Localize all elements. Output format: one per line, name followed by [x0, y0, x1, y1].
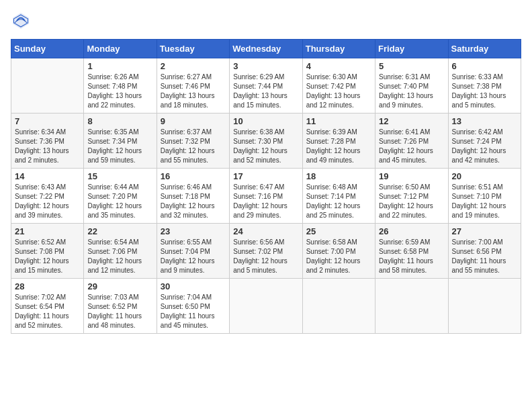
- day-number: 8: [87, 116, 152, 126]
- day-number: 21: [15, 226, 80, 236]
- cell-info: Sunrise: 7:03 AMSunset: 6:52 PMDaylight:…: [87, 293, 152, 330]
- calendar-cell: 13Sunrise: 6:42 AMSunset: 7:24 PMDayligh…: [448, 113, 521, 169]
- cell-info: Sunrise: 6:39 AMSunset: 7:28 PMDaylight:…: [306, 128, 371, 165]
- cell-info: Sunrise: 6:54 AMSunset: 7:06 PMDaylight:…: [87, 238, 152, 275]
- cell-info: Sunrise: 6:43 AMSunset: 7:22 PMDaylight:…: [15, 183, 80, 220]
- calendar-cell: 7Sunrise: 6:34 AMSunset: 7:36 PMDaylight…: [11, 113, 84, 169]
- day-number: 19: [379, 171, 444, 181]
- day-number: 12: [379, 116, 444, 126]
- cell-info: Sunrise: 6:26 AMSunset: 7:48 PMDaylight:…: [87, 73, 152, 110]
- calendar-cell: 1Sunrise: 6:26 AMSunset: 7:48 PMDaylight…: [84, 58, 157, 113]
- calendar-cell: 24Sunrise: 6:56 AMSunset: 7:02 PMDayligh…: [230, 224, 302, 279]
- calendar-cell: 27Sunrise: 7:00 AMSunset: 6:56 PMDayligh…: [448, 224, 521, 279]
- cell-info: Sunrise: 6:59 AMSunset: 6:58 PMDaylight:…: [379, 238, 444, 275]
- cell-info: Sunrise: 6:41 AMSunset: 7:26 PMDaylight:…: [379, 128, 444, 165]
- day-number: 1: [87, 61, 152, 71]
- calendar-week-row: 28Sunrise: 7:02 AMSunset: 6:54 PMDayligh…: [11, 279, 521, 334]
- day-number: 11: [306, 116, 371, 126]
- calendar-week-row: 21Sunrise: 6:52 AMSunset: 7:08 PMDayligh…: [11, 224, 521, 279]
- day-number: 4: [306, 61, 371, 71]
- cell-info: Sunrise: 6:50 AMSunset: 7:12 PMDaylight:…: [379, 183, 444, 220]
- day-number: 20: [452, 171, 517, 181]
- cell-info: Sunrise: 6:47 AMSunset: 7:16 PMDaylight:…: [233, 183, 298, 220]
- weekday-header-tuesday: Tuesday: [157, 40, 229, 58]
- day-number: 17: [233, 171, 298, 181]
- calendar-cell: 5Sunrise: 6:31 AMSunset: 7:40 PMDaylight…: [375, 58, 448, 113]
- cell-info: Sunrise: 6:37 AMSunset: 7:32 PMDaylight:…: [161, 128, 226, 165]
- calendar-cell: 26Sunrise: 6:59 AMSunset: 6:58 PMDayligh…: [375, 224, 448, 279]
- cell-info: Sunrise: 6:58 AMSunset: 7:00 PMDaylight:…: [306, 238, 371, 275]
- cell-info: Sunrise: 6:48 AMSunset: 7:14 PMDaylight:…: [306, 183, 371, 220]
- weekday-header-wednesday: Wednesday: [230, 40, 302, 58]
- logo-icon: [11, 11, 31, 31]
- calendar-cell: 16Sunrise: 6:46 AMSunset: 7:18 PMDayligh…: [157, 169, 229, 224]
- day-number: 22: [87, 226, 152, 236]
- cell-info: Sunrise: 6:30 AMSunset: 7:42 PMDaylight:…: [306, 73, 371, 110]
- weekday-header-saturday: Saturday: [448, 40, 521, 58]
- day-number: 30: [161, 281, 226, 291]
- day-number: 2: [161, 61, 226, 71]
- day-number: 23: [161, 226, 226, 236]
- day-number: 6: [452, 61, 517, 71]
- day-number: 18: [306, 171, 371, 181]
- calendar-cell: 6Sunrise: 6:33 AMSunset: 7:38 PMDaylight…: [448, 58, 521, 113]
- calendar-cell: 30Sunrise: 7:04 AMSunset: 6:50 PMDayligh…: [157, 279, 229, 334]
- calendar-cell: 23Sunrise: 6:55 AMSunset: 7:04 PMDayligh…: [157, 224, 229, 279]
- calendar-week-row: 1Sunrise: 6:26 AMSunset: 7:48 PMDaylight…: [11, 58, 521, 113]
- cell-info: Sunrise: 6:56 AMSunset: 7:02 PMDaylight:…: [233, 238, 298, 275]
- calendar-week-row: 7Sunrise: 6:34 AMSunset: 7:36 PMDaylight…: [11, 113, 521, 169]
- weekday-header-row: SundayMondayTuesdayWednesdayThursdayFrid…: [11, 40, 521, 58]
- day-number: 3: [233, 61, 298, 71]
- weekday-header-friday: Friday: [375, 40, 448, 58]
- weekday-header-monday: Monday: [84, 40, 157, 58]
- logo: [11, 11, 34, 31]
- page-header: [11, 11, 521, 31]
- calendar-cell: [230, 279, 302, 334]
- cell-info: Sunrise: 6:44 AMSunset: 7:20 PMDaylight:…: [87, 183, 152, 220]
- day-number: 9: [161, 116, 226, 126]
- calendar-cell: 8Sunrise: 6:35 AMSunset: 7:34 PMDaylight…: [84, 113, 157, 169]
- cell-info: Sunrise: 6:46 AMSunset: 7:18 PMDaylight:…: [161, 183, 226, 220]
- calendar-cell: 12Sunrise: 6:41 AMSunset: 7:26 PMDayligh…: [375, 113, 448, 169]
- calendar-table: SundayMondayTuesdayWednesdayThursdayFrid…: [11, 39, 521, 334]
- calendar-cell: 9Sunrise: 6:37 AMSunset: 7:32 PMDaylight…: [157, 113, 229, 169]
- calendar-cell: 15Sunrise: 6:44 AMSunset: 7:20 PMDayligh…: [84, 169, 157, 224]
- cell-info: Sunrise: 6:55 AMSunset: 7:04 PMDaylight:…: [161, 238, 226, 275]
- day-number: 15: [87, 171, 152, 181]
- cell-info: Sunrise: 7:02 AMSunset: 6:54 PMDaylight:…: [15, 293, 80, 330]
- calendar-cell: 3Sunrise: 6:29 AMSunset: 7:44 PMDaylight…: [230, 58, 302, 113]
- calendar-cell: 28Sunrise: 7:02 AMSunset: 6:54 PMDayligh…: [11, 279, 84, 334]
- day-number: 13: [452, 116, 517, 126]
- calendar-cell: 29Sunrise: 7:03 AMSunset: 6:52 PMDayligh…: [84, 279, 157, 334]
- day-number: 5: [379, 61, 444, 71]
- day-number: 29: [87, 281, 152, 291]
- day-number: 28: [15, 281, 80, 291]
- cell-info: Sunrise: 6:38 AMSunset: 7:30 PMDaylight:…: [233, 128, 298, 165]
- cell-info: Sunrise: 6:31 AMSunset: 7:40 PMDaylight:…: [379, 73, 444, 110]
- day-number: 14: [15, 171, 80, 181]
- calendar-week-row: 14Sunrise: 6:43 AMSunset: 7:22 PMDayligh…: [11, 169, 521, 224]
- day-number: 10: [233, 116, 298, 126]
- day-number: 7: [15, 116, 80, 126]
- calendar-cell: 11Sunrise: 6:39 AMSunset: 7:28 PMDayligh…: [302, 113, 375, 169]
- calendar-cell: 25Sunrise: 6:58 AMSunset: 7:00 PMDayligh…: [302, 224, 375, 279]
- calendar-cell: [375, 279, 448, 334]
- cell-info: Sunrise: 6:29 AMSunset: 7:44 PMDaylight:…: [233, 73, 298, 110]
- day-number: 26: [379, 226, 444, 236]
- calendar-cell: 18Sunrise: 6:48 AMSunset: 7:14 PMDayligh…: [302, 169, 375, 224]
- weekday-header-sunday: Sunday: [11, 40, 84, 58]
- cell-info: Sunrise: 6:35 AMSunset: 7:34 PMDaylight:…: [87, 128, 152, 165]
- calendar-cell: 2Sunrise: 6:27 AMSunset: 7:46 PMDaylight…: [157, 58, 229, 113]
- cell-info: Sunrise: 6:51 AMSunset: 7:10 PMDaylight:…: [452, 183, 517, 220]
- cell-info: Sunrise: 6:42 AMSunset: 7:24 PMDaylight:…: [452, 128, 517, 165]
- calendar-cell: 17Sunrise: 6:47 AMSunset: 7:16 PMDayligh…: [230, 169, 302, 224]
- calendar-cell: 10Sunrise: 6:38 AMSunset: 7:30 PMDayligh…: [230, 113, 302, 169]
- day-number: 24: [233, 226, 298, 236]
- calendar-cell: 21Sunrise: 6:52 AMSunset: 7:08 PMDayligh…: [11, 224, 84, 279]
- calendar-cell: 22Sunrise: 6:54 AMSunset: 7:06 PMDayligh…: [84, 224, 157, 279]
- calendar-cell: 14Sunrise: 6:43 AMSunset: 7:22 PMDayligh…: [11, 169, 84, 224]
- calendar-cell: 19Sunrise: 6:50 AMSunset: 7:12 PMDayligh…: [375, 169, 448, 224]
- calendar-cell: [11, 58, 84, 113]
- cell-info: Sunrise: 6:52 AMSunset: 7:08 PMDaylight:…: [15, 238, 80, 275]
- day-number: 16: [161, 171, 226, 181]
